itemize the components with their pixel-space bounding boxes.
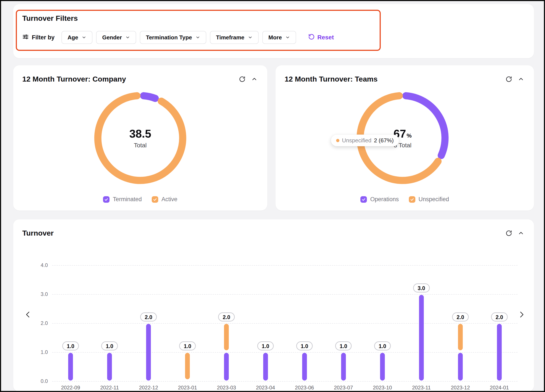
company-card-title: 12 Month Turnover: Company <box>22 75 126 83</box>
dropdown-label: Termination Type <box>146 34 192 41</box>
reset-label: Reset <box>317 34 334 41</box>
bar-2022-09-purple[interactable] <box>68 353 73 380</box>
reset-button[interactable]: Reset <box>308 34 334 42</box>
filter-dropdown-gender[interactable]: Gender <box>96 31 136 44</box>
x-label-2023-03: 2023-03 <box>217 385 236 391</box>
x-label-2023-01: 2023-01 <box>178 385 197 391</box>
filter-dropdowns: AgeGenderTermination TypeTimeframeMore <box>62 31 296 44</box>
gridline-0.0 <box>52 381 518 382</box>
chart-prev-button[interactable] <box>23 308 33 321</box>
legend-label: Unspecified <box>419 196 449 203</box>
bar-2023-10-purple[interactable] <box>380 353 385 380</box>
y-tick-0.0: 0.0 <box>26 378 48 384</box>
checkbox-active[interactable] <box>152 196 158 203</box>
donut-segment-active[interactable] <box>98 96 183 180</box>
bar-2023-11-purple[interactable] <box>419 295 424 380</box>
filter-dropdown-age[interactable]: Age <box>62 31 93 44</box>
company-turnover-card: 12 Month Turnover: Company 38.5 Total Te… <box>13 65 267 210</box>
bar-2023-06-purple[interactable] <box>302 353 307 380</box>
x-label-2023-12: 2023-12 <box>451 385 470 391</box>
sliders-icon <box>22 34 29 42</box>
x-label-2022-11: 2022-11 <box>100 385 119 391</box>
refresh-icon[interactable] <box>505 76 512 83</box>
donut-segment-operations[interactable] <box>406 96 445 156</box>
filters-row: Filter by AgeGenderTermination TypeTimef… <box>22 31 334 44</box>
chevron-down-icon <box>248 35 253 40</box>
reset-icon <box>308 34 315 42</box>
bar-2023-03-orange[interactable] <box>224 324 229 350</box>
tooltip-value: 2 (67%) <box>374 137 394 144</box>
collapse-chevron-up-icon[interactable] <box>518 76 524 83</box>
donut-tooltip: Unspecified 2 (67%) <box>331 135 399 146</box>
checkbox-terminated[interactable] <box>103 196 110 203</box>
company-donut-chart: 38.5 Total <box>88 86 192 190</box>
x-label-2023-04: 2023-04 <box>256 385 275 391</box>
company-card-actions <box>239 76 258 83</box>
dropdown-label: Age <box>68 34 78 41</box>
tooltip-series-dot <box>336 139 339 142</box>
dropdown-label: More <box>268 34 282 41</box>
collapse-chevron-up-icon[interactable] <box>251 76 258 83</box>
bar-2023-04-purple[interactable] <box>263 353 268 380</box>
value-badge-2024-01: 2.0 <box>491 312 508 321</box>
filter-dropdown-timeframe[interactable]: Timeframe <box>210 31 259 44</box>
teams-card-title: 12 Month Turnover: Teams <box>285 75 378 83</box>
dropdown-label: Gender <box>102 34 122 41</box>
company-card-header: 12 Month Turnover: Company <box>22 75 258 83</box>
checkbox-operations[interactable] <box>360 196 367 203</box>
x-label-2023-07: 2023-07 <box>334 385 353 391</box>
chevron-down-icon <box>195 35 200 40</box>
company-donut-svg[interactable] <box>88 86 192 190</box>
filter-by-text: Filter by <box>32 34 55 41</box>
y-tick-1.0: 1.0 <box>26 349 48 355</box>
turnover-chart-card: Turnover 0.01.02.03.04.01.02022-091.0202… <box>13 219 534 392</box>
filter-dropdown-more[interactable]: More <box>262 31 296 44</box>
x-label-2024-01: 2024-01 <box>490 385 509 391</box>
value-badge-2023-01: 1.0 <box>179 341 196 350</box>
dashboard-page: { "colors": { "purple": "#8b5cf6", "oran… <box>0 0 545 392</box>
value-badge-2023-12: 2.0 <box>452 312 469 321</box>
legend-item-unspecified: Unspecified <box>409 196 449 203</box>
legend-item-active: Active <box>152 196 178 203</box>
legend-label: Operations <box>370 196 399 203</box>
company-legend: TerminatedActive <box>13 196 267 203</box>
checkbox-unspecified[interactable] <box>409 196 415 203</box>
bar-2024-01-purple[interactable] <box>497 324 502 380</box>
value-badge-2022-12: 2.0 <box>140 312 157 321</box>
chart-next-button[interactable] <box>517 308 526 321</box>
gridline-4.0 <box>52 265 518 266</box>
value-badge-2023-11: 3.0 <box>413 283 430 293</box>
bar-2023-07-purple[interactable] <box>341 353 346 380</box>
y-tick-3.0: 3.0 <box>26 291 48 297</box>
gridline-3.0 <box>52 294 518 295</box>
value-badge-2023-04: 1.0 <box>257 341 274 350</box>
y-tick-4.0: 4.0 <box>26 262 48 268</box>
chevron-down-icon <box>285 35 290 40</box>
chevron-down-icon <box>125 35 130 40</box>
filters-card-title: Turnover Filters <box>22 14 78 23</box>
tooltip-label: Unspecified <box>342 137 372 144</box>
x-label-2022-09: 2022-09 <box>61 385 80 391</box>
legend-item-terminated: Terminated <box>103 196 142 203</box>
chevron-down-icon <box>82 35 86 40</box>
x-label-2023-06: 2023-06 <box>295 385 314 391</box>
teams-card-actions <box>505 76 524 83</box>
bar-2023-03-purple[interactable] <box>224 353 229 380</box>
refresh-icon[interactable] <box>239 76 246 83</box>
bar-2023-01-orange[interactable] <box>185 353 190 379</box>
value-badge-2023-06: 1.0 <box>296 341 313 350</box>
gridline-2.0 <box>52 323 518 324</box>
bar-2022-11-purple[interactable] <box>107 353 112 380</box>
bar-2023-12-orange[interactable] <box>458 324 463 350</box>
bar-2022-12-purple[interactable] <box>146 324 151 380</box>
bar-2023-12-purple[interactable] <box>458 353 463 380</box>
legend-label: Active <box>161 196 178 203</box>
value-badge-2023-10: 1.0 <box>374 341 391 350</box>
donut-segment-terminated[interactable] <box>143 96 155 98</box>
y-tick-2.0: 2.0 <box>26 320 48 326</box>
turnover-bar-chart: 0.01.02.03.04.01.02022-091.02022-112.020… <box>13 219 534 392</box>
turnover-filters-card: Turnover Filters Filter by AgeGenderTerm… <box>13 4 534 58</box>
teams-card-header: 12 Month Turnover: Teams <box>285 75 524 83</box>
filter-dropdown-termination-type[interactable]: Termination Type <box>140 31 206 44</box>
x-label-2022-12: 2022-12 <box>139 385 158 391</box>
